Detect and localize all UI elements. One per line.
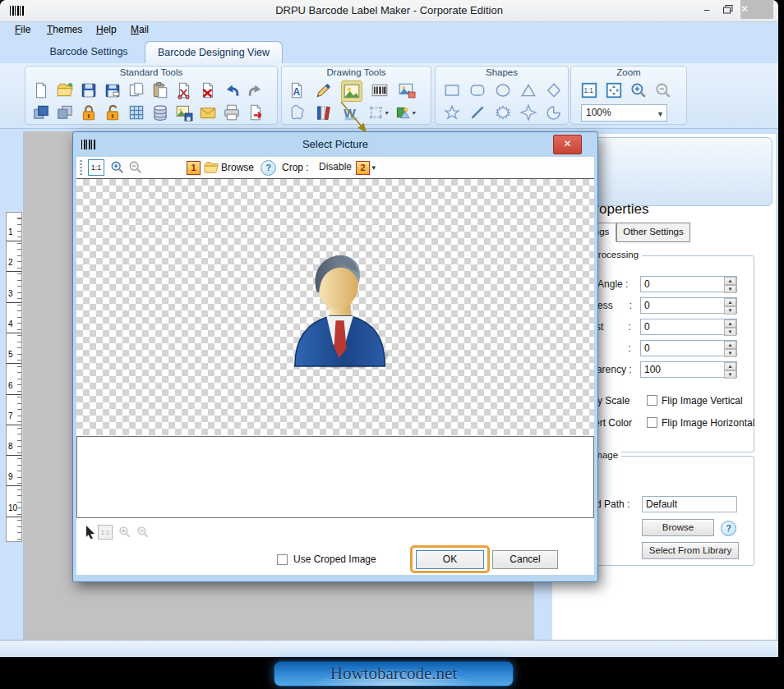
browse-label[interactable]: Browse <box>221 162 254 173</box>
open-file-icon[interactable] <box>55 80 75 100</box>
spin-down-icon[interactable]: ▼ <box>724 370 736 379</box>
line-icon[interactable] <box>468 103 487 122</box>
shape-blob-tool-icon[interactable] <box>287 103 307 122</box>
clipart-tool-icon[interactable]: ▾ <box>395 103 415 122</box>
delete-icon[interactable] <box>198 80 218 100</box>
chevron-down-icon: ▼ <box>657 107 664 122</box>
unlock-icon[interactable] <box>103 103 122 122</box>
barcode-tool-icon[interactable] <box>370 80 390 100</box>
select-picture-dialog: Select Picture ✕ 1:1 1 Browse ? Crop : D… <box>72 131 598 582</box>
transparency-input[interactable]: 100▲▼ <box>640 361 737 378</box>
frame-tool-icon[interactable]: ▾ <box>368 103 388 122</box>
rotate-angle-value: 0 <box>644 278 650 290</box>
cancel-button[interactable]: Cancel <box>492 550 558 569</box>
starburst-icon[interactable] <box>493 103 513 122</box>
spin-up-icon[interactable]: ▲ <box>724 298 736 306</box>
zoom-out-icon[interactable] <box>653 80 673 100</box>
help-icon[interactable]: ? <box>721 521 736 536</box>
selected-path-input[interactable]: Default <box>642 496 737 512</box>
brightness-input[interactable]: 0▲▼ <box>640 297 737 314</box>
library-tool-icon[interactable] <box>314 103 334 122</box>
print-icon[interactable] <box>222 103 242 122</box>
browse-folder-icon[interactable] <box>204 161 219 177</box>
svg-text:W: W <box>344 106 356 120</box>
contrast-input[interactable]: 0▲▼ <box>640 319 737 335</box>
svg-text:1:1: 1:1 <box>583 87 593 94</box>
flip-image-horizontal-checkbox[interactable] <box>647 417 657 428</box>
undo-icon[interactable] <box>222 80 242 100</box>
save-icon[interactable] <box>79 80 99 100</box>
spin-up-icon[interactable]: ▲ <box>724 341 736 349</box>
use-cropped-checkbox[interactable] <box>277 554 288 565</box>
zoom-in-icon[interactable] <box>629 80 648 100</box>
minimize-button[interactable]: − <box>697 2 717 18</box>
ok-button[interactable]: OK <box>416 550 484 569</box>
spin-down-icon[interactable]: ▼ <box>724 328 736 336</box>
watermark-tool-icon[interactable]: W <box>341 103 361 122</box>
send-to-back-icon[interactable] <box>55 103 75 122</box>
zoom-out-icon[interactable] <box>127 159 144 176</box>
zoom-actual-icon[interactable]: 1:1 <box>579 80 599 100</box>
star-icon[interactable] <box>442 103 462 122</box>
dialog-close-button[interactable]: ✕ <box>553 135 582 154</box>
four-point-star-icon[interactable] <box>519 103 538 122</box>
triangle-icon[interactable] <box>519 80 538 100</box>
ribbon: Standard Tools Drawing Tools A W▾▾ Shape… <box>0 63 778 129</box>
picture-preview-area[interactable] <box>76 179 594 435</box>
group-drawing-tools: Drawing Tools A W▾▾ <box>281 66 431 125</box>
zoom-fit-icon[interactable] <box>604 80 624 100</box>
group-label: Drawing Tools <box>282 67 431 77</box>
toolbar-grip <box>80 160 82 175</box>
select-from-library-button[interactable]: Select From Library <box>642 542 739 559</box>
rotate-angle-input[interactable]: 0▲▼ <box>640 276 737 292</box>
flip-image-vertical-checkbox[interactable] <box>647 395 657 406</box>
restore-button[interactable] <box>718 2 738 18</box>
rounded-rectangle-icon[interactable] <box>468 80 487 100</box>
zoom-level-select[interactable]: 100% ▼ <box>581 104 667 122</box>
spin-down-icon[interactable]: ▼ <box>724 285 736 293</box>
save-as-icon[interactable] <box>103 80 122 100</box>
tab-barcode-settings[interactable]: Barcode Settings <box>39 46 138 57</box>
cut-icon[interactable] <box>174 80 194 100</box>
database-icon[interactable] <box>150 103 170 122</box>
picture-tool-icon[interactable] <box>341 80 362 102</box>
group-label: Standard Tools <box>25 67 277 77</box>
rectangle-icon[interactable] <box>442 80 462 100</box>
grid-icon[interactable] <box>127 103 146 122</box>
actual-size-button[interactable]: 1:1 <box>88 159 104 176</box>
hue-value: 0 <box>644 342 650 354</box>
help-icon[interactable]: ? <box>261 160 276 176</box>
copy-icon[interactable] <box>127 80 146 100</box>
email-icon[interactable] <box>198 103 218 122</box>
text-tool-icon[interactable]: A <box>287 80 307 100</box>
spin-up-icon[interactable]: ▲ <box>724 277 736 285</box>
menu-themes[interactable]: Themes <box>47 24 82 35</box>
spin-up-icon[interactable]: ▲ <box>724 362 736 370</box>
redo-icon[interactable] <box>246 80 265 100</box>
spin-up-icon[interactable]: ▲ <box>724 319 736 328</box>
hue-input[interactable]: 0▲▼ <box>640 340 737 356</box>
close-button[interactable]: ✕ <box>740 0 773 19</box>
exit-icon[interactable] <box>246 103 265 122</box>
browse-button[interactable]: Browse <box>642 519 714 536</box>
spin-down-icon[interactable]: ▼ <box>724 306 736 315</box>
contrast-value: 0 <box>644 321 650 333</box>
pie-icon[interactable] <box>544 103 564 122</box>
cursor-arrow-icon[interactable] <box>83 525 98 540</box>
tab-barcode-designing-view[interactable]: Barcode Designing View <box>145 41 283 64</box>
menu-help[interactable]: Help <box>96 24 117 35</box>
diamond-icon[interactable] <box>544 80 564 100</box>
new-document-icon[interactable] <box>31 80 51 100</box>
ellipse-icon[interactable] <box>493 80 513 100</box>
menu-mail[interactable]: Mail <box>131 24 149 35</box>
export-image-icon[interactable] <box>174 103 194 122</box>
spin-down-icon[interactable]: ▼ <box>724 349 736 357</box>
lock-icon[interactable] <box>79 103 99 122</box>
menu-file[interactable]: File <box>15 24 30 35</box>
insert-image-icon[interactable] <box>397 80 417 100</box>
pencil-tool-icon[interactable] <box>314 80 334 100</box>
bring-to-front-icon[interactable] <box>31 103 51 122</box>
zoom-in-icon[interactable] <box>109 159 126 176</box>
tab-other-settings[interactable]: Other Settings <box>616 223 690 242</box>
paste-icon[interactable] <box>150 80 170 100</box>
